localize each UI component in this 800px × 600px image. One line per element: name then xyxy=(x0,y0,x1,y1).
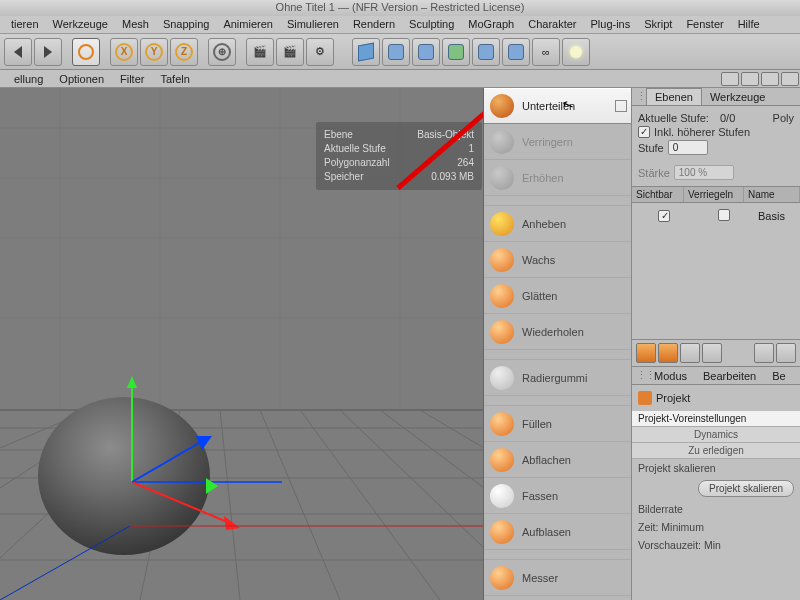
prim-spline-button[interactable] xyxy=(382,38,410,66)
bar2-item[interactable]: Tafeln xyxy=(152,71,197,87)
sculpt-tool-verringern[interactable]: Verringern xyxy=(484,124,631,160)
sculpt-tool-abflachen[interactable]: Abflachen xyxy=(484,442,631,478)
ring-icon xyxy=(78,44,94,60)
render-button[interactable]: 🎬 xyxy=(246,38,274,66)
svg-line-29 xyxy=(132,440,204,482)
dropdown-icon[interactable] xyxy=(615,100,627,112)
menu-item[interactable]: Rendern xyxy=(346,16,402,33)
viewport[interactable]: EbeneBasis-Objekt Aktuelle Stufe1 Polygo… xyxy=(0,88,484,600)
object-manager-toolbar xyxy=(632,339,800,367)
redo-button[interactable] xyxy=(34,38,62,66)
delete-button[interactable] xyxy=(680,343,700,363)
view-move-icon[interactable] xyxy=(721,72,739,86)
tool-label: Wiederholen xyxy=(522,326,584,338)
menu-item[interactable]: Hilfe xyxy=(731,16,767,33)
axis-z-button[interactable]: Z xyxy=(170,38,198,66)
layer-row[interactable]: Basis xyxy=(632,205,800,227)
tab-ebenen[interactable]: Ebenen xyxy=(646,88,702,105)
deform-icon xyxy=(478,44,494,60)
inkl-label: Inkl. höherer Stufen xyxy=(654,126,750,138)
prim-env-button[interactable] xyxy=(502,38,530,66)
bar2-item[interactable]: Filter xyxy=(112,71,152,87)
menu-item[interactable]: Charakter xyxy=(521,16,583,33)
prim-array-button[interactable] xyxy=(442,38,470,66)
svg-line-33 xyxy=(0,526,130,600)
menu-item[interactable]: Sculpting xyxy=(402,16,461,33)
menu-item[interactable]: Fenster xyxy=(679,16,730,33)
svg-marker-28 xyxy=(224,516,240,530)
copy-button[interactable] xyxy=(702,343,722,363)
sculpt-tool-unterteilen[interactable]: Unterteilen xyxy=(484,88,631,124)
render-settings-button[interactable]: ⚙ xyxy=(306,38,334,66)
main-toolbar: X Y Z ⊕ 🎬 🎬 ⚙ ∞ xyxy=(0,34,800,70)
live-select-button[interactable] xyxy=(72,38,100,66)
sculpt-tool-anheben[interactable]: Anheben xyxy=(484,206,631,242)
proj-tab-dynamics[interactable]: Dynamics xyxy=(632,427,800,443)
sculpt-tool-fassen[interactable]: Fassen xyxy=(484,478,631,514)
project-tabs: Projekt-Voreinstellungen Dynamics Zu erl… xyxy=(632,411,800,459)
prim-light-button[interactable] xyxy=(562,38,590,66)
lock-checkbox[interactable] xyxy=(718,209,730,221)
tool-label: Abflachen xyxy=(522,454,571,466)
view-layout-icon[interactable] xyxy=(781,72,799,86)
grip-icon[interactable]: ⋮⋮ xyxy=(636,369,646,382)
sculpt-tool-wiederholen[interactable]: Wiederholen xyxy=(484,314,631,350)
clapper-icon: 🎬 xyxy=(253,45,267,58)
undo-button[interactable] xyxy=(4,38,32,66)
staerke-field[interactable]: 100 % xyxy=(674,165,734,180)
prim-cube-button[interactable] xyxy=(352,38,380,66)
axis-x-button[interactable]: X xyxy=(110,38,138,66)
globe-icon: ⊕ xyxy=(213,43,231,61)
sculpt-tool-wachs[interactable]: Wachs xyxy=(484,242,631,278)
decrease-icon xyxy=(490,130,514,154)
tool-label: Fassen xyxy=(522,490,558,502)
sculpt-tool-aufblasen[interactable]: Aufblasen xyxy=(484,514,631,550)
pull-icon xyxy=(490,212,514,236)
menu-item[interactable]: Animieren xyxy=(216,16,280,33)
prim-camera-button[interactable]: ∞ xyxy=(532,38,560,66)
menu-item[interactable]: Werkzeuge xyxy=(46,16,115,33)
prim-deform-button[interactable] xyxy=(472,38,500,66)
bar2-item[interactable]: Optionen xyxy=(51,71,112,87)
new-layer-button[interactable] xyxy=(636,343,656,363)
tab-werkzeuge[interactable]: Werkzeuge xyxy=(702,89,773,105)
proj-tab-zuerledigen[interactable]: Zu erledigen xyxy=(632,443,800,459)
visible-checkbox[interactable] xyxy=(658,210,670,222)
grip-icon[interactable]: ⋮⋮ xyxy=(636,90,646,103)
stufe-field[interactable]: 0 xyxy=(668,140,708,155)
bar2-item[interactable]: ellung xyxy=(6,71,51,87)
sculpt-tool-messer[interactable]: Messer xyxy=(484,560,631,596)
prim-nurbs-button[interactable] xyxy=(412,38,440,66)
menu-item[interactable]: Skript xyxy=(637,16,679,33)
filter-button[interactable] xyxy=(754,343,774,363)
tab-benutzer[interactable]: Be xyxy=(764,368,793,384)
sculpt-tool-glaetten[interactable]: Glätten xyxy=(484,278,631,314)
axis-x-icon: X xyxy=(115,43,133,61)
grab-icon xyxy=(490,484,514,508)
menu-item[interactable]: Simulieren xyxy=(280,16,346,33)
render-region-button[interactable]: 🎬 xyxy=(276,38,304,66)
menu-item[interactable]: Snapping xyxy=(156,16,217,33)
new-folder-button[interactable] xyxy=(658,343,678,363)
proj-scale-button[interactable]: Projekt skalieren xyxy=(698,480,794,497)
tab-bearbeiten[interactable]: Bearbeiten xyxy=(695,368,764,384)
cube-icon xyxy=(358,42,374,61)
search-button[interactable] xyxy=(776,343,796,363)
camera-icon: ∞ xyxy=(542,46,550,58)
view-rotate-icon[interactable] xyxy=(761,72,779,86)
proj-tab-voreinstellungen[interactable]: Projekt-Voreinstellungen xyxy=(632,411,800,427)
menu-item[interactable]: Plug-ins xyxy=(584,16,638,33)
sculpt-tool-fuellen[interactable]: Füllen xyxy=(484,406,631,442)
axis-y-button[interactable]: Y xyxy=(140,38,168,66)
coord-button[interactable]: ⊕ xyxy=(208,38,236,66)
view-zoom-icon[interactable] xyxy=(741,72,759,86)
menu-item[interactable]: Mesh xyxy=(115,16,156,33)
tool-label: Messer xyxy=(522,572,558,584)
sculpt-tool-radiergummi[interactable]: Radiergummi xyxy=(484,360,631,396)
sculpt-tool-erhoehen[interactable]: Erhöhen xyxy=(484,160,631,196)
menu-item[interactable]: tieren xyxy=(4,16,46,33)
tab-modus[interactable]: Modus xyxy=(646,368,695,384)
inkl-checkbox[interactable] xyxy=(638,126,650,138)
menu-item[interactable]: MoGraph xyxy=(461,16,521,33)
clapper-icon: 🎬 xyxy=(283,45,297,58)
